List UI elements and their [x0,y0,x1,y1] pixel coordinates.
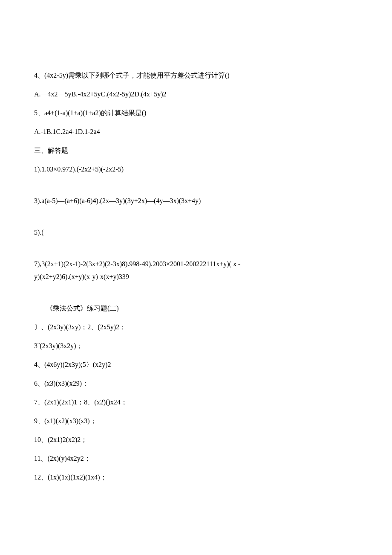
text-line: A.-1B.1C.2a4-1D.1-2a4 [34,127,358,137]
text-line: 三、解答题 [34,145,358,156]
text-line: 《乘法公式》练习题(二) [34,303,358,314]
text-line: 4、(4x6y)(2x3y);5〉(x2y)2 [34,360,358,370]
text-line: 4、(4x2-5y)需乘以下列哪个式子，才能使用平方差公式进行计算() [34,70,358,81]
text-line: 7、(2x1)(2x1)1；8、(x2)()x24； [34,397,358,407]
text-line: 3).a(a-5)—(a+6)(a-6)4).(2x—3y)(3y+2x)—(4… [34,196,358,206]
text-line: 5、a4+(1-a)(1+a)(1+a2)的计算结果是() [34,108,358,118]
text-line: 12、(1x)(1x)(1x2)(1x4)； [34,472,358,482]
text-line: 9、(x1)(x2)(x3)(x3)； [34,416,358,426]
text-line: y)(x2+y2)6).(x÷y)(xˉy)ˉx(x+y)339 [34,272,358,282]
text-line: 10、(2x1)2(x2)2； [34,435,358,445]
document-content: 4、(4x2-5y)需乘以下列哪个式子，才能使用平方差公式进行计算()A.—4x… [34,70,358,482]
text-line: 11、(2x)(y)4x2y2； [34,453,358,464]
text-line: 7),3(2x+1)(2x-1)-2(3x+2)(2-3x)8).998-49)… [34,259,358,269]
text-line: 〕、(2x3y)(3xy)；2、(2x5y)2； [34,322,358,332]
text-line: 5).( [34,227,358,238]
text-line: A.—4x2—5yB.-4x2+5yC.(4x2-5y)2D.(4x+5y)2 [34,89,358,99]
text-line: 1).1.03×0.972).(-2x2+5)(-2x2-5) [34,164,358,174]
text-line: 6、(x3)(x3)(x29)； [34,378,358,389]
text-line: 3ˇ(2x3y)(3x2y)； [34,341,358,351]
